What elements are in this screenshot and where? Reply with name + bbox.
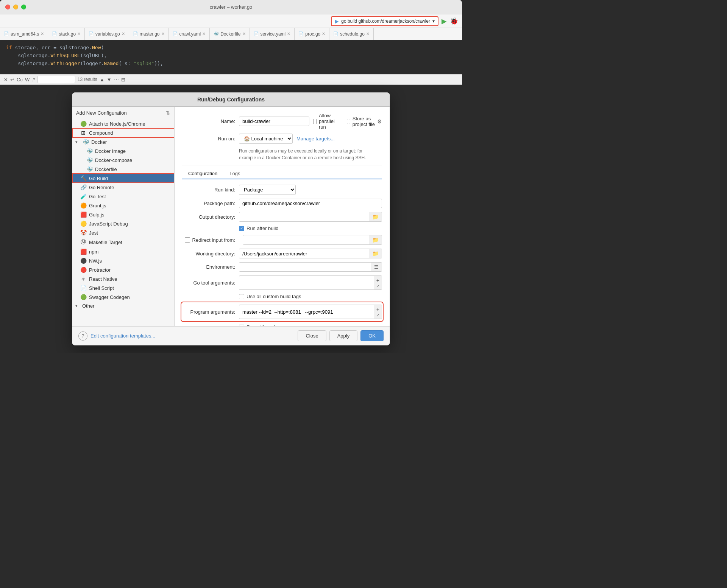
sidebar-item-other[interactable]: ▾ Other xyxy=(72,302,174,310)
tab-logs[interactable]: Logs xyxy=(223,168,246,179)
right-panel: Name: Allow parallel run Store as projec… xyxy=(175,107,390,326)
sidebar-item-gulpjs[interactable]: 🟥 Gulp.js xyxy=(72,210,174,219)
close-button[interactable]: Close xyxy=(298,330,326,341)
sidebar-item-makefile-target[interactable]: Ⓜ Makefile Target xyxy=(72,237,174,247)
manage-targets-link[interactable]: Manage targets... xyxy=(296,136,335,142)
use-custom-build-checkbox[interactable] xyxy=(239,294,244,299)
tab-dockerfile[interactable]: 🐳 Dockerfile ✕ xyxy=(210,28,250,40)
sidebar-item-dockerfile[interactable]: 🐳 Dockerfile xyxy=(72,165,174,174)
working-directory-label: Working directory: xyxy=(182,251,235,257)
find-input[interactable] xyxy=(37,76,75,83)
sidebar-item-javascript-debug[interactable]: 🟡 JavaScript Debug xyxy=(72,219,174,228)
sidebar-item-attach-nodejs[interactable]: 🟢 Attach to Node.js/Chrome xyxy=(72,119,174,128)
sidebar-item-protractor[interactable]: 🔴 Protractor xyxy=(72,265,174,274)
redirect-input-input[interactable] xyxy=(243,236,369,244)
close-window-btn[interactable] xyxy=(5,5,10,9)
output-directory-input[interactable] xyxy=(239,213,369,221)
sidebar-item-docker-compose[interactable]: 🐳 Docker-compose xyxy=(72,156,174,165)
find-filter-btn[interactable]: ⊟ xyxy=(121,77,125,82)
use-custom-build-label: Use all custom build tags xyxy=(246,294,301,299)
maximize-window-btn[interactable] xyxy=(21,5,26,9)
find-close-btn[interactable]: ✕ xyxy=(4,77,8,82)
find-undo-btn[interactable]: ↩ xyxy=(10,77,14,82)
tab-service-yaml[interactable]: 📄 service.yaml ✕ xyxy=(250,28,295,40)
run-kind-label: Run kind: xyxy=(182,187,235,193)
tab-crawl-yaml[interactable]: 📄 crawl.yaml ✕ xyxy=(169,28,210,40)
sidebar-item-docker[interactable]: ▾ 🐳 Docker xyxy=(72,137,174,146)
code-editor[interactable]: if storage, err = sqlstorage.New( sqlsto… xyxy=(0,40,462,74)
find-regex-btn[interactable]: .* xyxy=(32,77,35,82)
tab-configuration[interactable]: Configuration xyxy=(182,168,223,179)
tab-close-master[interactable]: ✕ xyxy=(161,31,165,36)
tab-schedule[interactable]: 📄 schedule.go ✕ xyxy=(329,28,374,40)
tab-asm-amd64[interactable]: 📄 asm_amd64.s ✕ xyxy=(0,28,48,40)
go-tool-arguments-input[interactable] xyxy=(239,278,374,287)
sidebar-item-docker-image[interactable]: 🐳 Docker Image xyxy=(72,146,174,156)
store-as-project-checkbox[interactable] xyxy=(347,119,350,124)
edit-templates-button[interactable]: Edit configuration templates... xyxy=(90,333,155,339)
tab-close-schedule[interactable]: ✕ xyxy=(366,31,370,36)
apply-button[interactable]: Apply xyxy=(329,330,358,341)
help-button[interactable]: ? xyxy=(78,331,87,341)
filter-icon[interactable]: ⇅ xyxy=(166,110,170,116)
top-toolbar: ▶ go build github.com/dreamerjackson/cra… xyxy=(0,14,462,28)
find-prev-btn[interactable]: ▲ xyxy=(100,77,105,82)
sidebar-item-npm[interactable]: 🟥 npm xyxy=(72,247,174,256)
tab-close-proc[interactable]: ✕ xyxy=(322,31,325,36)
sidebar-item-go-test[interactable]: 🧪 Go Test xyxy=(72,192,174,201)
program-arguments-input[interactable] xyxy=(239,308,374,316)
output-directory-folder-btn[interactable]: 📁 xyxy=(369,212,382,221)
sidebar-item-shell-script[interactable]: 📄 Shell Script xyxy=(72,283,174,292)
environment-input[interactable] xyxy=(239,263,371,271)
sidebar-item-react-native[interactable]: ⚛ React Native xyxy=(72,274,174,283)
tab-close-variables[interactable]: ✕ xyxy=(122,31,125,36)
sidebar-item-go-remote[interactable]: 🔗 Go Remote xyxy=(72,183,174,192)
sidebar-item-jest[interactable]: 🤡 Jest xyxy=(72,228,174,237)
run-after-build-checkbox[interactable]: ✓ xyxy=(239,226,244,231)
working-directory-input[interactable] xyxy=(239,249,369,258)
run-on-select[interactable]: 🏠 Local machine xyxy=(239,134,293,144)
go-test-icon: 🧪 xyxy=(80,193,87,199)
swagger-icon: 🟢 xyxy=(80,294,87,300)
tab-close-dockerfile[interactable]: ✕ xyxy=(242,31,246,36)
run-kind-select[interactable]: Package File Directory xyxy=(239,185,296,195)
tab-close-service[interactable]: ✕ xyxy=(287,31,290,36)
sidebar-item-go-build[interactable]: 🔨 Go Build xyxy=(72,174,174,183)
program-arguments-expand-btn[interactable]: + ⤢ xyxy=(374,305,382,319)
redirect-input-row: Redirect input from: 📁 xyxy=(182,235,382,245)
tab-proc[interactable]: 📄 proc.go ✕ xyxy=(295,28,329,40)
run-config-dropdown[interactable]: ▶ go build github.com/dreamerjackson/cra… xyxy=(331,16,438,26)
sidebar-item-gruntjs[interactable]: 🟠 Grunt.js xyxy=(72,201,174,210)
sidebar-item-swagger-codegen[interactable]: 🟢 Swagger Codegen xyxy=(72,292,174,302)
package-path-input[interactable] xyxy=(239,199,382,208)
sidebar-item-nwjs[interactable]: ⚫ NW.js xyxy=(72,256,174,265)
use-custom-build-item: Use all custom build tags xyxy=(239,294,301,299)
tab-master[interactable]: 📄 master.go ✕ xyxy=(129,28,169,40)
js-debug-icon: 🟡 xyxy=(80,221,87,227)
tab-close-asm[interactable]: ✕ xyxy=(41,31,44,36)
tab-variables[interactable]: 📄 variables.go ✕ xyxy=(85,28,129,40)
minimize-window-btn[interactable] xyxy=(13,5,18,9)
find-word-btn[interactable]: W xyxy=(25,77,30,82)
store-as-project-settings-icon[interactable]: ⚙ xyxy=(377,118,382,124)
tab-close-crawl[interactable]: ✕ xyxy=(202,31,206,36)
run-button[interactable]: ▶ xyxy=(442,17,447,25)
ok-button[interactable]: OK xyxy=(360,330,384,341)
redirect-input-folder-btn[interactable]: 📁 xyxy=(369,235,382,244)
allow-parallel-checkbox[interactable] xyxy=(313,119,317,124)
tab-stack[interactable]: 📄 stack.go ✕ xyxy=(48,28,85,40)
dialog-body: Add New Configuration ⇅ 🟢 Attach to Node… xyxy=(72,107,390,326)
run-with-sudo-checkbox[interactable] xyxy=(239,325,244,327)
working-directory-folder-btn[interactable]: 📁 xyxy=(369,249,382,258)
tab-close-stack[interactable]: ✕ xyxy=(77,31,81,36)
redirect-input-checkbox[interactable] xyxy=(185,237,190,243)
environment-edit-btn[interactable]: ☰ xyxy=(371,263,382,271)
run-with-sudo-label: Run with sudo xyxy=(246,324,278,326)
find-options-btn[interactable]: ⋯ xyxy=(114,77,119,82)
find-case-btn[interactable]: Cc xyxy=(17,77,23,82)
go-tool-expand-btn[interactable]: + ⤢ xyxy=(374,276,382,289)
name-input[interactable] xyxy=(239,117,309,126)
debug-button[interactable]: 🐞 xyxy=(450,17,458,25)
find-next-btn[interactable]: ▼ xyxy=(107,77,112,82)
sidebar-item-compound[interactable]: ⊞ Compound xyxy=(72,128,174,137)
